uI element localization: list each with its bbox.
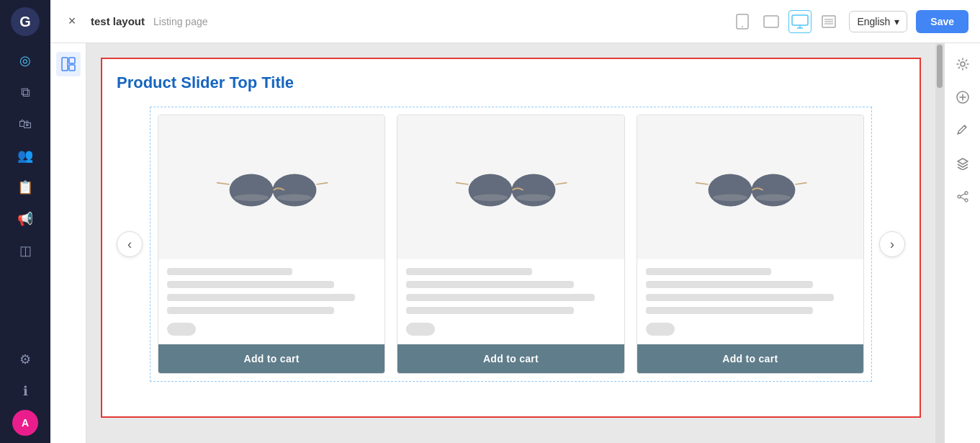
add-panel-icon[interactable]	[950, 85, 975, 109]
sunglasses-image	[214, 158, 329, 216]
skeleton-name	[167, 268, 292, 275]
svg-point-22	[516, 194, 551, 202]
svg-point-12	[273, 174, 317, 207]
layers-panel-icon[interactable]	[950, 151, 975, 176]
svg-line-37	[961, 197, 965, 200]
plus-circle-icon	[956, 91, 969, 104]
svg-line-25	[696, 183, 709, 184]
share-icon	[956, 190, 969, 203]
device-list-button[interactable]	[817, 10, 840, 33]
list-icon	[822, 15, 836, 28]
svg-line-13	[217, 183, 230, 184]
sidebar-logo[interactable]: G	[11, 7, 40, 36]
skeleton-desc2	[406, 294, 594, 301]
scrollbar-track[interactable]	[935, 43, 944, 443]
edit-panel-icon[interactable]	[950, 118, 975, 143]
sidebar-icon-shop[interactable]: 🛍	[12, 111, 38, 137]
product-card: Add to cart	[637, 115, 864, 374]
svg-point-29	[961, 62, 965, 66]
add-to-cart-button-3[interactable]: Add to cart	[637, 344, 863, 373]
sidebar-icon-dashboard[interactable]: ◎	[12, 48, 38, 73]
sidebar: G ◎ ⧉ 🛍 👥 📋 📢 ◫ ⚙ ℹ A	[0, 0, 50, 443]
language-selector[interactable]: English ▾	[849, 11, 907, 32]
canvas-area: Product Slider Top Title ‹	[50, 43, 980, 443]
save-button[interactable]: Save	[916, 10, 968, 33]
skeleton-name	[646, 268, 771, 275]
svg-point-1	[742, 26, 743, 27]
svg-line-26	[795, 183, 806, 184]
close-button[interactable]: ×	[62, 12, 82, 32]
svg-point-33	[965, 192, 968, 194]
page-subtitle: Listing page	[153, 16, 208, 27]
sidebar-icon-layers[interactable]: ⧉	[12, 79, 38, 105]
settings-panel-icon[interactable]	[950, 52, 975, 76]
product-cards-container: Add to cart	[150, 107, 872, 382]
sidebar-icon-megaphone[interactable]: 📢	[12, 206, 38, 232]
product-info	[158, 259, 385, 344]
svg-point-23	[708, 174, 752, 207]
right-panel	[944, 43, 980, 443]
add-to-cart-button-1[interactable]: Add to cart	[158, 344, 385, 373]
device-tablet-button[interactable]	[760, 10, 783, 33]
skeleton-badge	[167, 323, 196, 336]
product-card: Add to cart	[397, 115, 624, 374]
svg-line-19	[456, 183, 469, 184]
scrollbar-thumb[interactable]	[937, 45, 943, 88]
svg-point-28	[756, 194, 791, 202]
logo-letter: G	[19, 14, 31, 30]
main-area: × test layout Listing page	[50, 0, 980, 443]
skeleton-desc2	[646, 294, 834, 301]
svg-point-24	[751, 174, 795, 207]
sidebar-icon-reports[interactable]: 📋	[12, 174, 38, 200]
skeleton-badge	[406, 323, 435, 336]
svg-point-27	[713, 194, 747, 202]
sunglasses-image	[693, 158, 808, 216]
svg-point-34	[958, 195, 961, 198]
svg-rect-8	[62, 58, 68, 71]
svg-point-35	[965, 199, 968, 202]
skeleton-badge	[646, 323, 675, 336]
topbar: × test layout Listing page	[50, 0, 980, 43]
prev-arrow-button[interactable]: ‹	[117, 231, 143, 257]
skeleton-desc3	[646, 307, 813, 314]
next-arrow-button[interactable]: ›	[879, 231, 905, 257]
panel-layout-icon[interactable]	[56, 52, 81, 76]
edit-icon	[956, 124, 969, 137]
sidebar-icon-settings[interactable]: ⚙	[12, 346, 38, 372]
skeleton-desc1	[406, 281, 573, 288]
device-desktop-button[interactable]	[788, 10, 812, 33]
canvas-content[interactable]: Product Slider Top Title ‹	[86, 43, 935, 443]
skeleton-desc3	[406, 307, 573, 314]
product-info	[397, 259, 624, 344]
add-to-cart-button-2[interactable]: Add to cart	[397, 344, 624, 373]
chevron-down-icon: ▾	[894, 16, 899, 27]
product-image	[637, 115, 863, 259]
page-title: test layout	[91, 15, 145, 27]
sidebar-icon-components[interactable]: ◫	[12, 238, 38, 264]
svg-rect-3	[792, 15, 808, 25]
svg-point-16	[277, 194, 312, 202]
svg-point-18	[512, 174, 556, 207]
sidebar-bottom: ⚙ ℹ A	[12, 346, 38, 436]
skeleton-desc2	[167, 294, 355, 301]
svg-rect-2	[764, 16, 778, 27]
share-panel-icon[interactable]	[950, 184, 975, 209]
skeleton-name	[406, 268, 531, 275]
avatar[interactable]: A	[12, 410, 38, 436]
desktop-icon	[791, 14, 809, 29]
left-panel	[50, 43, 86, 443]
product-image	[397, 115, 624, 259]
product-card: Add to cart	[158, 115, 385, 374]
skeleton-desc1	[167, 281, 334, 288]
skeleton-desc1	[646, 281, 813, 288]
sidebar-icon-users[interactable]: 👥	[12, 143, 38, 169]
sidebar-icon-help[interactable]: ℹ	[12, 378, 38, 404]
skeleton-desc3	[167, 307, 334, 314]
slider-container: ‹	[117, 107, 905, 382]
mobile-icon	[736, 14, 749, 30]
device-mobile-button[interactable]	[731, 10, 754, 33]
device-switcher	[731, 10, 840, 33]
editor-frame: Product Slider Top Title ‹	[101, 58, 921, 418]
layers-icon	[956, 157, 969, 170]
svg-point-17	[469, 174, 513, 207]
